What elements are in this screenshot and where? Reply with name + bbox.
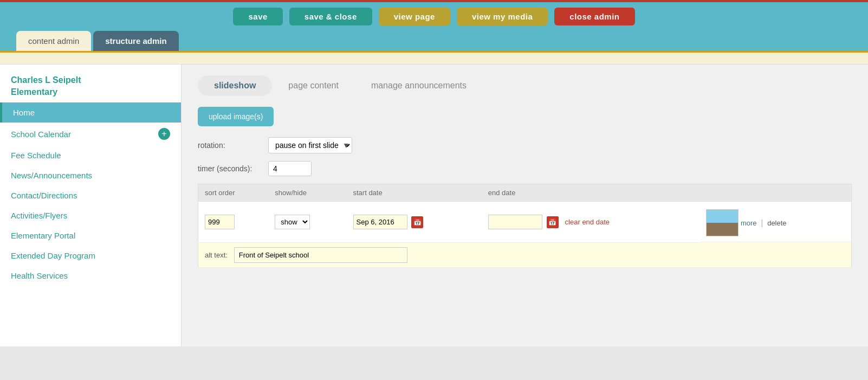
sidebar-item-fee-schedule-label: Fee Schedule [11, 151, 61, 160]
alt-text-label: alt text: [205, 251, 232, 259]
start-date-calendar-icon[interactable]: 📅 [411, 216, 423, 228]
save-close-button[interactable]: save & close [289, 8, 372, 25]
rotation-row: rotation: pause on first slide auto rota… [198, 137, 852, 153]
rotation-label: rotation: [198, 141, 268, 150]
tab-bar: content admin structure admin [0, 31, 868, 53]
yellow-bar [0, 53, 868, 65]
alt-text-row: alt text: [198, 242, 852, 267]
main-layout: Charles L Seipelt Elementary Home School… [0, 65, 868, 346]
rotation-select[interactable]: pause on first slide auto rotate manual [268, 137, 352, 153]
sidebar-item-school-calendar[interactable]: School Calendar + [0, 123, 181, 145]
sort-order-cell [198, 202, 269, 243]
save-button[interactable]: save [233, 8, 282, 25]
show-hide-cell: show hide [268, 202, 346, 243]
action-separator: | [761, 218, 763, 227]
tab-slideshow[interactable]: slideshow [198, 75, 272, 96]
table-row: show hide 📅 📅 clear end date [198, 202, 852, 243]
col-start-date: start date [347, 184, 482, 202]
start-date-input[interactable] [353, 215, 407, 229]
col-end-date: end date [482, 184, 699, 202]
alt-text-cell: alt text: [198, 242, 852, 267]
tab-structure-admin[interactable]: structure admin [93, 31, 178, 51]
school-name-line2: Elementary [0, 87, 181, 102]
content-tabs: slideshow page content manage announceme… [198, 75, 852, 96]
sidebar-item-contact-label: Contact/Directions [11, 191, 77, 200]
tab-content-admin[interactable]: content admin [16, 31, 91, 51]
sidebar-item-home-label: Home [13, 108, 35, 117]
end-date-calendar-icon[interactable]: 📅 [547, 216, 559, 228]
actions-cell: more | delete [699, 202, 851, 242]
slides-table: sort order show/hide start date end date… [198, 184, 852, 268]
col-sort-order: sort order [198, 184, 269, 202]
sidebar-item-contact-directions[interactable]: Contact/Directions [0, 185, 181, 205]
tab-page-content[interactable]: page content [272, 75, 355, 96]
sidebar-item-activities-flyers[interactable]: Activities/Flyers [0, 205, 181, 226]
sidebar-item-extended-day[interactable]: Extended Day Program [0, 246, 181, 266]
more-button[interactable]: more [741, 219, 757, 227]
sidebar-item-school-calendar-label: School Calendar [11, 130, 71, 139]
sidebar-item-news-announcements[interactable]: News/Announcements [0, 165, 181, 185]
content-area: slideshow page content manage announceme… [182, 65, 868, 346]
tab-manage-announcements[interactable]: manage announcements [355, 75, 483, 96]
sidebar-item-home[interactable]: Home [0, 102, 181, 123]
col-show-hide: show/hide [268, 184, 346, 202]
show-hide-select[interactable]: show hide [275, 215, 310, 229]
sidebar-item-health-services[interactable]: Health Services [0, 266, 181, 286]
timer-label: timer (seconds): [198, 164, 268, 173]
sidebar-item-fee-schedule[interactable]: Fee Schedule [0, 145, 181, 165]
close-admin-button[interactable]: close admin [554, 8, 634, 25]
add-school-calendar-button[interactable]: + [158, 128, 170, 140]
sidebar-item-health-services-label: Health Services [11, 271, 68, 280]
view-media-button[interactable]: view my media [457, 8, 548, 25]
sidebar: Charles L Seipelt Elementary Home School… [0, 65, 182, 346]
start-date-cell: 📅 [347, 202, 482, 243]
sidebar-item-extended-day-label: Extended Day Program [11, 251, 95, 260]
delete-button[interactable]: delete [767, 219, 786, 227]
sort-order-input[interactable] [205, 215, 235, 229]
col-actions [699, 184, 852, 202]
end-date-cell: 📅 clear end date [482, 202, 699, 243]
timer-input[interactable] [268, 161, 312, 176]
sidebar-item-news-label: News/Announcements [11, 171, 92, 180]
sidebar-item-activities-label: Activities/Flyers [11, 211, 67, 220]
clear-end-date-button[interactable]: clear end date [565, 218, 610, 226]
sidebar-item-elementary-portal[interactable]: Elementary Portal [0, 226, 181, 246]
timer-row: timer (seconds): [198, 161, 852, 176]
school-name-line1: Charles L Seipelt [0, 70, 181, 87]
top-toolbar: save save & close view page view my medi… [0, 0, 868, 31]
sidebar-item-elementary-portal-label: Elementary Portal [11, 231, 75, 240]
upload-images-button[interactable]: upload image(s) [198, 107, 274, 126]
end-date-input[interactable] [488, 215, 542, 229]
alt-text-input[interactable] [234, 247, 407, 263]
slide-thumbnail [706, 209, 739, 236]
view-page-button[interactable]: view page [379, 8, 450, 25]
